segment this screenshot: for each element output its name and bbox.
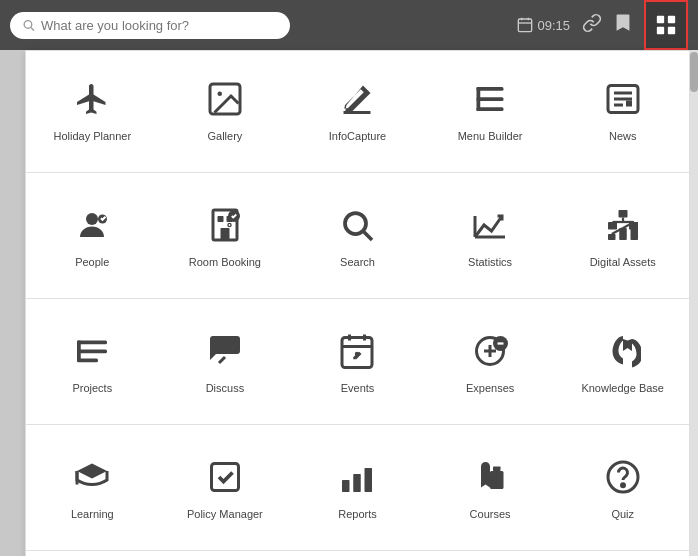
search-label: Search [340,256,375,268]
knowledge-base-icon [605,333,641,374]
top-bar: 09:15 [0,0,698,50]
menu-item-expenses[interactable]: Expenses [424,313,557,410]
menu-item-news[interactable]: News [556,61,689,158]
svg-rect-7 [668,16,675,23]
projects-label: Projects [72,382,112,394]
reports-label: Reports [338,508,377,520]
time-display: 09:15 [517,17,570,33]
menu-item-courses[interactable]: Courses [424,439,557,536]
svg-rect-60 [365,468,373,492]
svg-rect-15 [477,87,481,111]
reports-icon [339,459,375,500]
menu-item-holiday-planner[interactable]: Holiday Planner [26,61,159,158]
menu-item-infocapture[interactable]: InfoCapture [291,61,424,158]
menu-item-policy-manager[interactable]: Policy Manager [159,439,292,536]
policy-manager-label: Policy Manager [187,508,263,520]
menu-item-quiz[interactable]: Quiz [556,439,689,536]
svg-rect-8 [657,27,664,34]
svg-rect-59 [354,474,362,492]
svg-rect-45 [77,350,107,354]
divider-3 [26,424,689,425]
grid-menu-button[interactable] [644,0,688,50]
people-label: People [75,256,109,268]
digital-assets-label: Digital Assets [590,256,656,268]
search-icon [22,18,35,32]
menu-item-search[interactable]: Search [291,187,424,284]
svg-rect-13 [477,97,504,101]
svg-point-21 [86,213,98,225]
menu-item-gallery[interactable]: Gallery [159,61,292,158]
svg-rect-9 [668,27,675,34]
expenses-label: Expenses [466,382,514,394]
search-bar[interactable] [10,12,290,39]
discuss-label: Discuss [206,382,245,394]
infocapture-label: InfoCapture [329,130,386,142]
room-booking-label: Room Booking [189,256,261,268]
search-app-icon [339,207,375,248]
menu-row-3: Projects Discuss [26,303,689,420]
knowledge-base-label: Knowledge Base [581,382,664,394]
svg-rect-24 [220,228,229,240]
divider-2 [26,298,689,299]
menu-row-4: Learning Policy Manager Reports [26,429,689,546]
news-label: News [609,130,637,142]
bookmark-icon[interactable] [614,13,632,38]
learning-label: Learning [71,508,114,520]
scrollbar-track[interactable] [690,50,698,556]
calendar-icon [517,17,533,33]
svg-rect-39 [618,210,627,218]
search-input[interactable] [41,18,278,33]
menu-row-2: People Room Booking [26,177,689,294]
learning-icon [74,459,110,500]
infocapture-icon [339,81,375,122]
menu-item-menu-builder[interactable]: Menu Builder [424,61,557,158]
menu-item-statistics[interactable]: Statistics [424,187,557,284]
policy-manager-icon [207,459,243,500]
svg-line-31 [364,232,372,240]
gallery-label: Gallery [207,130,242,142]
svg-rect-57 [211,464,238,491]
room-booking-icon [207,207,243,248]
events-icon [339,333,375,374]
holiday-planner-icon [74,81,110,122]
digital-assets-icon [605,207,641,248]
svg-rect-14 [477,107,504,111]
svg-line-1 [31,27,34,30]
menu-item-digital-assets[interactable]: Digital Assets [556,187,689,284]
svg-rect-27 [217,216,223,222]
menu-row-1: Holiday Planner Gallery InfoCapture [26,51,689,168]
svg-rect-44 [77,341,107,345]
quiz-label: Quiz [611,508,634,520]
gallery-icon [207,81,243,122]
projects-icon [74,333,110,374]
menu-item-learning[interactable]: Learning [26,439,159,536]
statistics-icon [472,207,508,248]
divider-4 [26,550,689,551]
svg-point-64 [621,484,624,487]
svg-rect-34 [608,234,616,240]
discuss-icon [207,333,243,374]
menu-item-reports[interactable]: Reports [291,439,424,536]
courses-label: Courses [470,508,511,520]
svg-point-11 [217,92,222,97]
quiz-icon [605,459,641,500]
menu-item-projects[interactable]: Projects [26,313,159,410]
expenses-icon [472,333,508,374]
svg-rect-12 [477,87,504,91]
statistics-label: Statistics [468,256,512,268]
svg-point-0 [24,21,32,29]
svg-rect-6 [657,16,664,23]
svg-rect-20 [626,101,632,107]
svg-rect-2 [519,19,532,32]
svg-rect-58 [342,480,350,492]
scrollbar-thumb[interactable] [690,52,698,92]
menu-item-discuss[interactable]: Discuss [159,313,292,410]
link-icon[interactable] [582,13,602,38]
menu-item-people[interactable]: People [26,187,159,284]
svg-rect-47 [77,341,81,362]
menu-item-events[interactable]: Events [291,313,424,410]
menu-item-room-booking[interactable]: Room Booking [159,187,292,284]
people-icon [74,207,110,248]
app-menu-dropdown: Holiday Planner Gallery InfoCapture [25,50,690,556]
menu-item-knowledge-base[interactable]: Knowledge Base [556,313,689,410]
